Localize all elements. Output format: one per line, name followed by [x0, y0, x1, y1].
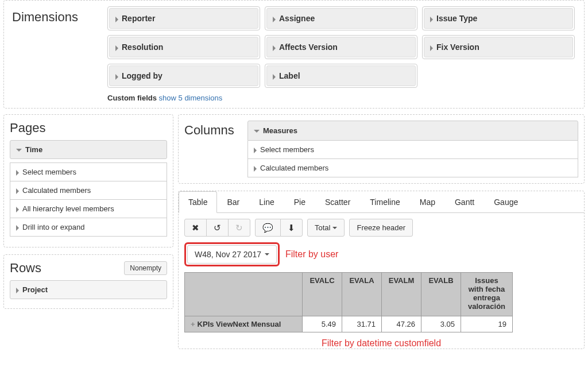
- cols-select-members[interactable]: Select members: [247, 141, 578, 159]
- dimension-resolution[interactable]: Resolution: [107, 35, 260, 59]
- pages-all-hierarchy-members[interactable]: All hierarchy level members: [10, 200, 167, 218]
- tab-map[interactable]: Map: [410, 191, 445, 212]
- pages-calculated-members[interactable]: Calculated members: [10, 181, 167, 200]
- rows-panel: Rows Nonempty Project: [3, 254, 173, 309]
- custom-fields-text: Custom fields show 5 dimensions: [107, 94, 578, 102]
- redo-button[interactable]: ↻: [228, 219, 250, 237]
- cell-evala: 31.71: [342, 316, 382, 332]
- freeze-header-button[interactable]: Freeze header: [349, 219, 413, 237]
- tab-gauge[interactable]: Gauge: [484, 191, 528, 212]
- cols-calculated-members[interactable]: Calculated members: [247, 159, 578, 177]
- caret-right-icon: [16, 288, 19, 293]
- filter-datetime-note: Filter by datetime customfield: [179, 338, 584, 349]
- tab-gantt[interactable]: Gantt: [445, 191, 484, 212]
- dimension-affects-version[interactable]: Affects Version: [265, 35, 417, 59]
- chart-type-tabs: Table Bar Line Pie Scatter Timeline Map …: [179, 191, 584, 213]
- pages-select-members[interactable]: Select members: [10, 162, 167, 181]
- caret-down-icon: [265, 253, 269, 256]
- col-header[interactable]: Issues with fecha entrega valoración: [461, 273, 513, 316]
- caret-right-icon: [115, 17, 118, 22]
- dimension-assignee[interactable]: Assignee: [265, 6, 417, 30]
- caret-right-icon: [273, 74, 276, 80]
- dimension-reporter[interactable]: Reporter: [107, 6, 260, 30]
- report-toolbar: ✖ ↺ ↻ 💬 ⬇ Total Freeze header: [179, 213, 584, 240]
- caret-right-icon: [273, 17, 276, 22]
- caret-right-icon: [16, 207, 19, 212]
- dimension-issue-type[interactable]: Issue Type: [422, 6, 575, 30]
- caret-down-icon: [16, 149, 22, 152]
- project-dimension[interactable]: Project: [10, 280, 167, 299]
- show-dimensions-link[interactable]: show 5 dimensions: [159, 94, 223, 102]
- caret-right-icon: [430, 17, 433, 22]
- dimensions-panel: Dimensions Reporter Assignee Issue Type …: [3, 0, 585, 109]
- report-area: Table Bar Line Pie Scatter Timeline Map …: [178, 191, 585, 349]
- caret-right-icon: [273, 45, 276, 51]
- cell-evalc: 5.49: [303, 316, 342, 332]
- measures-dimension[interactable]: Measures: [247, 121, 578, 141]
- tab-timeline[interactable]: Timeline: [360, 191, 409, 212]
- redo-icon: ↻: [235, 223, 243, 232]
- date-filter-highlight: W48, Nov 27 2017: [184, 242, 280, 266]
- col-header[interactable]: EVALC: [303, 273, 342, 316]
- cell-issues: 19: [461, 316, 513, 332]
- cell-evalb: 3.05: [421, 316, 461, 332]
- download-icon: ⬇: [288, 223, 295, 232]
- results-table: EVALC EVALA EVALM EVALB Issues with fech…: [184, 272, 513, 332]
- caret-right-icon: [254, 166, 257, 172]
- nonempty-button[interactable]: Nonempty: [124, 261, 167, 275]
- pages-title: Pages: [10, 121, 167, 140]
- undo-icon: ↺: [214, 223, 221, 232]
- tab-line[interactable]: Line: [249, 191, 284, 212]
- expand-icon: ✖: [192, 223, 199, 232]
- caret-right-icon: [254, 148, 257, 153]
- undo-button[interactable]: ↺: [206, 219, 229, 237]
- row-header[interactable]: +KPIs ViewNext Mensual: [185, 316, 303, 332]
- tab-table[interactable]: Table: [179, 191, 217, 213]
- columns-title: Columns: [184, 121, 242, 177]
- caret-right-icon: [16, 225, 19, 231]
- comment-icon: 💬: [262, 223, 273, 232]
- caret-right-icon: [16, 188, 19, 194]
- caret-right-icon: [16, 170, 19, 176]
- cell-evalm: 47.26: [382, 316, 421, 332]
- table-corner: [185, 273, 303, 316]
- date-filter-button[interactable]: W48, Nov 27 2017: [187, 245, 277, 264]
- tab-pie[interactable]: Pie: [284, 191, 315, 212]
- caret-right-icon: [115, 74, 118, 80]
- comment-button[interactable]: 💬: [255, 219, 281, 237]
- total-dropdown[interactable]: Total: [307, 219, 345, 237]
- caret-down-icon: [332, 227, 337, 229]
- caret-right-icon: [430, 45, 433, 51]
- col-header[interactable]: EVALM: [382, 273, 421, 316]
- columns-panel: Columns Measures Select members Calculat…: [178, 114, 585, 184]
- caret-down-icon: [254, 130, 260, 133]
- rows-title: Rows: [10, 261, 107, 276]
- dimension-label[interactable]: Label: [265, 64, 417, 88]
- pages-panel: Pages Time Select members Calculated mem…: [3, 114, 173, 247]
- dimension-logged-by[interactable]: Logged by: [107, 64, 260, 88]
- caret-right-icon: [115, 45, 118, 51]
- tab-scatter[interactable]: Scatter: [315, 191, 360, 212]
- col-header[interactable]: EVALB: [421, 273, 461, 316]
- dimensions-title: Dimensions: [10, 6, 107, 102]
- time-dimension[interactable]: Time: [10, 140, 167, 159]
- col-header[interactable]: EVALA: [342, 273, 382, 316]
- expand-button[interactable]: ✖: [184, 219, 207, 237]
- tab-bar[interactable]: Bar: [217, 191, 249, 212]
- pages-drill-expand[interactable]: Drill into or expand: [10, 218, 167, 237]
- dimension-fix-version[interactable]: Fix Version: [422, 35, 575, 59]
- download-button[interactable]: ⬇: [280, 219, 303, 237]
- plus-icon[interactable]: +: [191, 320, 195, 328]
- filter-by-user-note: Filter by user: [285, 249, 338, 260]
- table-row: +KPIs ViewNext Mensual 5.49 31.71 47.26 …: [185, 316, 513, 332]
